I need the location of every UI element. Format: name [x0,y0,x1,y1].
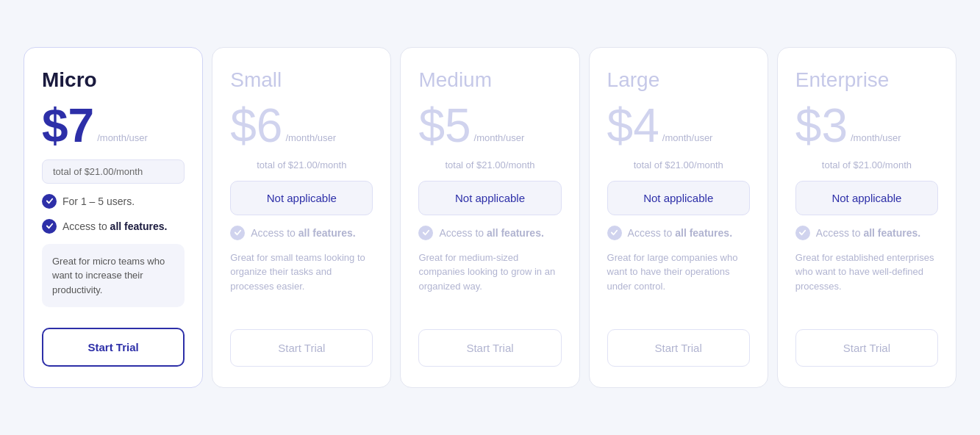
price-unit-micro: /month/user [97,132,148,143]
check-icon [42,219,57,234]
access-text-enterprise: Access to all features. [816,227,920,239]
access-text-medium: Access to all features. [439,227,543,239]
price-unit-large: /month/user [662,132,713,143]
access-feature-small: Access to all features. [230,226,373,240]
check-icon [607,226,622,240]
description-micro: Great for micro teams who want to increa… [42,244,185,308]
users-feature-micro: For 1 – 5 users. [42,194,185,209]
check-icon [795,226,810,240]
access-text-large: Access to all features. [628,227,732,239]
description-small: Great for small teams looking to organiz… [230,251,373,294]
price-amount-micro: $7 [42,102,94,149]
plan-name-micro: Micro [42,68,185,92]
total-label-large: total of $21.00/month [607,159,750,170]
price-amount-small: $6 [230,102,282,149]
description-medium: Great for medium-sized companies looking… [418,251,561,294]
start-trial-button-large[interactable]: Start Trial [607,329,750,367]
plan-name-medium: Medium [418,68,561,92]
total-label-small: total of $21.00/month [230,159,373,170]
price-amount-large: $4 [607,102,659,149]
description-large: Great for large companies who want to ha… [607,251,750,294]
plan-card-medium: Medium$5/month/usertotal of $21.00/month… [400,47,579,389]
access-text-micro: Access to all features. [62,220,167,232]
not-applicable-btn-medium[interactable]: Not applicable [418,181,561,215]
price-unit-small: /month/user [285,132,336,143]
access-feature-large: Access to all features. [607,226,750,240]
total-label-medium: total of $21.00/month [418,159,561,170]
plan-card-small: Small$6/month/usertotal of $21.00/monthN… [212,47,391,389]
price-row-small: $6/month/user [230,102,373,149]
not-applicable-btn-large[interactable]: Not applicable [607,181,750,215]
check-icon [230,226,245,240]
price-amount-medium: $5 [418,102,471,149]
total-label-micro: total of $21.00/month [42,159,185,184]
start-trial-button-enterprise[interactable]: Start Trial [795,329,938,367]
access-feature-enterprise: Access to all features. [795,226,938,240]
price-amount-enterprise: $3 [795,102,848,149]
start-trial-button-medium[interactable]: Start Trial [418,329,561,367]
total-label-enterprise: total of $21.00/month [795,159,938,170]
users-text-micro: For 1 – 5 users. [62,195,135,207]
access-feature-micro: Access to all features. [42,219,185,234]
plan-card-micro: Micro$7/month/usertotal of $21.00/monthF… [24,47,203,389]
plan-name-small: Small [230,68,373,92]
not-applicable-btn-small[interactable]: Not applicable [230,181,373,215]
start-trial-button-micro[interactable]: Start Trial [42,328,185,367]
access-text-small: Access to all features. [251,227,355,239]
price-row-micro: $7/month/user [42,102,185,149]
plan-name-enterprise: Enterprise [795,68,938,92]
price-unit-medium: /month/user [474,132,525,143]
check-icon [418,226,433,240]
price-row-enterprise: $3/month/user [795,102,938,149]
not-applicable-btn-enterprise[interactable]: Not applicable [795,181,938,215]
description-enterprise: Great for established enterprises who wa… [795,251,938,294]
start-trial-button-small[interactable]: Start Trial [230,329,373,367]
check-icon [42,194,57,209]
price-row-large: $4/month/user [607,102,750,149]
plan-card-large: Large$4/month/usertotal of $21.00/monthN… [589,47,768,389]
price-unit-enterprise: /month/user [851,132,901,143]
access-feature-medium: Access to all features. [418,226,561,240]
price-row-medium: $5/month/user [418,102,561,149]
plan-card-enterprise: Enterprise$3/month/usertotal of $21.00/m… [777,47,956,389]
plan-name-large: Large [607,68,750,92]
plans-container: Micro$7/month/usertotal of $21.00/monthF… [12,35,968,400]
